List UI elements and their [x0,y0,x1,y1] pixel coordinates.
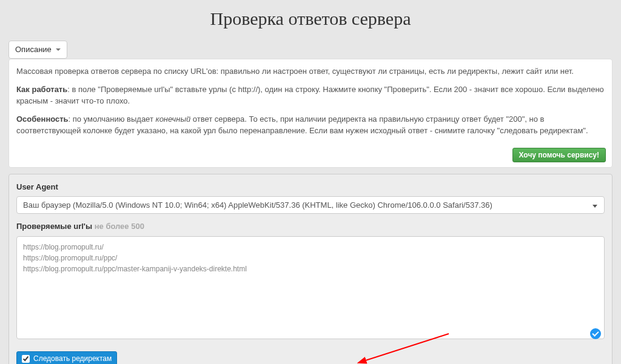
user-agent-label: User Agent [16,182,605,193]
urls-textarea[interactable] [16,236,605,339]
urls-limit-text: не более 500 [95,222,144,231]
feature-em: конечный [156,114,191,124]
urls-label-text: Проверяемые url'ы [16,222,92,231]
form-panel: User Agent Ваш браузер (Mozilla/5.0 (Win… [8,174,613,364]
follow-redirects-label[interactable]: Следовать редиректам [16,351,117,364]
description-howto: Как работать: в поле "Проверяемые url'ы"… [16,84,605,107]
grammar-check-icon[interactable] [590,328,601,339]
follow-redirects-checkbox[interactable] [22,355,30,363]
help-service-button[interactable]: Хочу помочь сервису! [512,148,606,162]
description-intro: Массовая проверка ответов сервера по спи… [16,65,605,78]
description-feature: Особенность: по умолчанию выдает конечны… [16,113,605,137]
description-toggle-label: Описание [15,45,52,54]
follow-redirects-text: Следовать редиректам [33,354,112,364]
howto-label: Как работать [16,85,67,94]
description-panel: Массовая проверка ответов сервера по спи… [8,59,613,168]
page-title: Проверка ответов сервера [0,6,621,32]
user-agent-select[interactable]: Ваш браузер (Mozilla/5.0 (Windows NT 10.… [16,196,605,214]
caret-down-icon [56,48,61,51]
feature-label: Особенность [16,114,69,124]
urls-label: Проверяемые url'ы не более 500 [16,221,605,233]
description-toggle[interactable]: Описание [8,41,67,59]
howto-text: : в поле "Проверяемые url'ы" вставьте ур… [16,85,604,106]
feature-pre: : по умолчанию выдает [69,114,156,124]
